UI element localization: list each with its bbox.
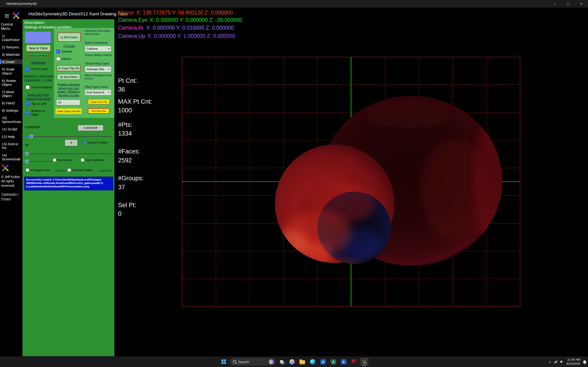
camera-up-label: Camera Up [118,33,145,39]
rotation-degrees-link[interactable]: Rotation Degrees before next Line Drawn.… [55,83,82,98]
draw-tools-subpanel: 1) Set Colors 2) Faces Exterior Interior… [54,28,114,118]
slider-thumb[interactable] [25,152,29,155]
slider-thumb[interactable] [30,135,33,138]
copy-line-pts-button[interactable]: Copy Line Pts [88,99,110,104]
advanced-link[interactable]: Advanced [23,61,54,65]
sidebar-item-rotate-object[interactable]: 6) Rotate Object [0,78,23,87]
sidebar-item-textures[interactable]: 2) Textures [0,45,23,50]
sidebar-item-scale-object[interactable]: 5) Scale Object [0,67,23,75]
excel-icon[interactable]: X [329,358,337,366]
start-icon[interactable] [220,358,228,366]
control-menu-sidebar: Control Menu 1) ColorPicker 2) Textures … [0,22,23,357]
put-line-pts-button[interactable]: Put Line Pts [88,108,110,114]
closed-or-open-checkbox[interactable] [83,141,86,144]
tray-chevron-icon[interactable]: ∧ [549,360,551,364]
sidebar-item-spheredraw[interactable]: 10) SphereDraw [0,115,23,124]
sidebar-item-draw[interactable]: 4) Draw! [0,59,23,64]
bottom-or-right-checkbox[interactable] [26,111,30,115]
drawing-viewport[interactable] [182,57,520,307]
line-slider[interactable] [25,160,52,163]
sidebar-item-colorpicker[interactable]: 1) ColorPicker [0,33,23,42]
interior-label: Interior [62,57,71,60]
y-axis-rotation-checkbox[interactable] [26,85,30,89]
clock[interactable]: 11:45 AM 9/23/2025 [566,358,580,366]
status-message-box: Successfully Loaded: C:\Users\hot3d\AppD… [24,177,113,190]
int-value-input[interactable] [65,140,78,146]
interior-checkbox[interactable] [56,57,60,61]
privacy-link[interactable]: Privacy [1,197,11,200]
float-value-slider[interactable] [26,135,112,138]
network-icon[interactable] [554,360,557,363]
exterior-row: Exterior [56,50,72,53]
sidebar-item-grid-or-pic[interactable]: 13) Grid or Pic [0,142,23,150]
camera-at-value: X: 0.000000 Y: 0.010000 Z: 0.000000 [146,25,234,31]
sidebar-item-settings[interactable]: 9) Settings [0,108,23,113]
effect-type-dropdown[interactable]: Dual Texture E [85,90,111,95]
search-highlights-icon [269,359,274,364]
chevron-down-icon [108,92,110,94]
effect-type-choice-label: Effect Type Choice [85,85,108,89]
status-line-2: \38359Hot3dx-JeffKubitz.RotoDraw3DDirect… [26,181,111,185]
window-title: Hot3dxSymmetry3D [6,2,37,6]
line-up-down-label: Line Up/Down [86,158,104,162]
copilot-icon[interactable] [288,358,296,366]
texture-wrap-dropdown[interactable]: Anistropic Wra [85,66,111,72]
draw-arc-radius-checkbox[interactable] [68,168,71,172]
clear-copy-line-pts-button[interactable]: Clear Copy Line Pts [55,108,82,114]
45-degree-line-checkbox[interactable] [26,168,29,172]
hamburger-menu-icon[interactable] [3,12,10,19]
45-degree-line-label: 45 degree Line [31,169,50,172]
file-explorer-icon[interactable] [298,358,306,366]
chevron-down-icon [108,48,110,50]
close-icon[interactable]: × [575,0,588,8]
line-across-checkbox[interactable] [53,158,56,162]
draw-arc-radius-label: DrawArc Radius [72,169,93,172]
minimize-icon[interactable]: – [548,0,561,8]
first-to-last-checkbox[interactable] [26,67,30,71]
color-swatch[interactable] [25,32,51,43]
sidebar-logo-icon [1,169,9,173]
sidebar-item-sculpt[interactable]: 11) Sculpt [0,127,23,131]
top-or-left-checkbox[interactable] [26,102,30,106]
closed-or-open-row: Closed or Open [83,141,108,144]
last-point-label: Last Point [55,169,65,172]
drawing-settings-panel: Description: Settings of drawing variabl… [23,19,114,357]
sidebar-item-help[interactable]: 12) Help [0,134,23,139]
search-input[interactable]: Search [230,358,275,365]
outlook-icon[interactable]: o [319,358,327,366]
lines-count-input[interactable] [56,100,80,105]
rotation-slider[interactable] [25,152,112,156]
stat-pt-cnt: Pt Cnt:36 [118,77,152,93]
first-to-last-row: First to Last [26,67,48,71]
l-app-icon[interactable]: L [339,358,348,366]
volume-icon[interactable] [560,360,563,363]
float-value-input[interactable] [78,125,103,131]
sidebar-item-move-object[interactable]: 7) Move Object [0,90,23,98]
set-points-button[interactable]: 4) Set Points [57,74,80,80]
defender-icon[interactable] [350,358,358,366]
trademarks-link[interactable]: Trademarks [1,192,17,196]
int-value-label: 36 [25,143,28,147]
stat-max-pt-cnt: MAX Pt Cnt:1000 [118,98,152,114]
copy-flip-pts-button[interactable]: 3) Copy Flip Pts [57,65,81,71]
sidebar-item-screengrab[interactable]: 14) ScreenGrab [0,153,23,161]
y-axis-note-link[interactable]: Checked Y Axis Draw Unchecked = X Axis [23,74,53,82]
faces-link[interactable]: 2) Faces [58,44,81,48]
slider-thumb[interactable] [25,160,29,163]
hot3dx-app-icon[interactable] [360,358,368,366]
y-axis-rotation-row: Y Axis Rotation [26,85,52,89]
task-view-icon[interactable] [277,358,286,366]
line-up-down-checkbox[interactable] [81,158,84,162]
draw-line-first-link[interactable]: Draw Line First! Center End points [23,93,53,101]
new-or-clear-button[interactable]: New or Clear [26,45,51,51]
control-menu-title: Control Menu [0,22,23,33]
exterior-checkbox[interactable] [56,50,60,53]
cull-mode-dropdown[interactable]: CullNone [85,46,111,52]
sidebar-item-fileio[interactable]: 8) FileIO [0,101,23,106]
cursor-lock-reset-button[interactable]: Cursor Lock Reset [28,53,49,58]
maximize-icon[interactable]: □ [561,0,575,8]
sidebar-item-materials[interactable]: 3) Materials [0,52,23,57]
set-colors-button[interactable]: 1) Set Colors [58,33,81,42]
notification-bell-icon[interactable] [583,360,586,363]
edge-icon[interactable] [309,358,317,366]
